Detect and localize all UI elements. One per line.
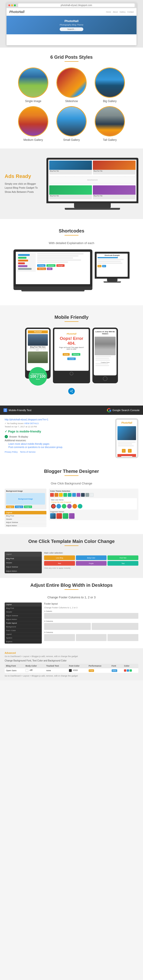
designer-right-panel: Color Theme Selection Main color theme C… — [49, 488, 138, 527]
phone-screen-2: Leaves of July Will Be Hidden Creative Z… — [94, 329, 116, 375]
mobile-underline — [65, 321, 78, 322]
main-color-orange[interactable] — [72, 504, 77, 509]
color-chip-5[interactable]: Purple — [76, 561, 107, 566]
template-sidebar-item-2[interactable]: Header — [5, 561, 42, 565]
color-chip-1[interactable]: Less Blog — [44, 555, 75, 560]
next-arrow[interactable]: › — [128, 449, 132, 453]
laptop-keyboard — [13, 286, 92, 290]
browser-toolbar: photohall-elysa1.blogspot.com — [6, 2, 137, 8]
template-panels: Layout Blog Post Header Adjust Sidebar A… — [5, 552, 138, 573]
adjust-item-9[interactable]: System — [5, 636, 42, 640]
designer-nav-item-1[interactable]: Blog Post — [5, 514, 46, 518]
grid-section-title: 6 Grid Posts Styles — [5, 54, 138, 60]
browser-url-bar[interactable]: photohall-elysa1.blogspot.com — [18, 3, 135, 7]
template-sidebar-item-3[interactable]: Adjust Sidebar — [5, 565, 42, 569]
template-sidebar-item-1[interactable]: Blog Post — [5, 557, 42, 561]
adjust-item-2[interactable]: Header — [5, 610, 42, 614]
theme-option-4[interactable] — [69, 513, 75, 519]
designer-nav-item-4[interactable]: Adjust Addon — [5, 524, 46, 527]
swatch-blue[interactable] — [72, 493, 76, 497]
mobile-test-label: Mobile-Friendly Test — [9, 409, 31, 412]
adjust-item-5[interactable]: Footer layout — [5, 621, 42, 625]
swatch-teal[interactable] — [68, 493, 72, 497]
swatch-red[interactable] — [50, 493, 54, 497]
slideshow-img — [57, 68, 86, 97]
browser-window: photohall-elysa1.blogspot.com PhotoHall … — [6, 2, 137, 45]
color-chip-2[interactable]: Body Color — [76, 555, 107, 560]
main-color-red[interactable] — [51, 504, 56, 509]
adjust-item-6[interactable]: Background — [5, 625, 42, 629]
theme-option-2[interactable] — [56, 513, 62, 519]
color-opt-blue[interactable] — [127, 669, 129, 672]
adjust-item-3[interactable]: Adjust Sidebar — [5, 614, 42, 617]
score-suffix: Score — [36, 379, 40, 380]
swatch-orange[interactable] — [54, 493, 58, 497]
error-code: Oops! Error 404. — [58, 336, 85, 346]
color-opt-green[interactable] — [130, 669, 132, 672]
template-sidebar-item-4[interactable]: Adjust Addon — [5, 569, 42, 573]
main-color-teal[interactable] — [78, 504, 83, 509]
bg-image-area[interactable]: Background Image — [6, 493, 45, 504]
bg-option-3[interactable]: Image 3 — [24, 506, 32, 508]
main-color-blue[interactable] — [56, 504, 61, 509]
color-opt-red[interactable] — [124, 669, 126, 672]
main-color-purple[interactable] — [67, 504, 72, 509]
shortcode-button-row: Primary Success Danger — [37, 264, 89, 267]
view-details-link[interactable]: VIEW DETAILS — [24, 422, 38, 425]
terms-of-service-link[interactable]: Terms of Service — [20, 451, 35, 453]
shortcode-btn-4: Warning — [37, 267, 46, 270]
btn-home[interactable]: Home — [63, 353, 70, 356]
bg-option-1[interactable]: Image 1 — [6, 506, 14, 508]
additional-label: Additional resources: — [5, 439, 26, 442]
google-console-label-area: Google Search Console — [107, 408, 140, 412]
color-chip-4[interactable]: Red — [44, 561, 75, 566]
mobile-displays: PhotoHall Blog Post Title Here Short des… — [5, 328, 138, 383]
search-bar[interactable]: Search... — [60, 27, 83, 31]
phone2-home-button[interactable] — [103, 376, 108, 381]
phone-post-1: Blog Post Title Here Short description t… — [28, 334, 48, 351]
resource-link-2[interactable]: Post comments or questions to our discus… — [8, 446, 112, 449]
performance-badge: Fast — [89, 669, 94, 672]
designer-nav-item-3[interactable]: Adjust Sidebar — [5, 521, 46, 524]
change-color-note: Change the color if required — [51, 501, 136, 503]
adjust-right: Footer layout Change Footer Columns to 1… — [44, 603, 138, 644]
side-bar-2 — [97, 259, 124, 260]
privacy-policy-link[interactable]: Privacy Policy — [5, 451, 17, 453]
adjust-item-4[interactable]: Adjust Addon — [5, 617, 42, 621]
swatch-purple[interactable] — [76, 493, 80, 497]
color-chip-3[interactable]: Font Text — [108, 555, 138, 560]
swatch-light[interactable] — [90, 493, 94, 497]
swatch-dark[interactable] — [81, 493, 85, 497]
adjust-item-7[interactable]: Font / Color — [5, 629, 42, 632]
monitor-post-4: Blog Post Title — [93, 185, 135, 199]
monitor-post-1: Blog Post Title — [49, 161, 92, 175]
suggested-title: Suggested Themes — [50, 511, 137, 512]
template-sidebar-header: Layout — [5, 552, 42, 557]
bg-option-2[interactable]: Image 2 — [15, 506, 23, 508]
swatch-yellow[interactable] — [59, 493, 63, 497]
laptop-container: Primary Success Danger Warning Info — [13, 250, 130, 291]
swatch-green[interactable] — [64, 493, 67, 497]
btn-contact[interactable]: Contact — [67, 358, 76, 360]
tablet-home-button[interactable] — [70, 372, 73, 375]
text-line-3 — [37, 257, 73, 259]
adjust-item-1[interactable]: Blog Post — [5, 606, 42, 610]
theme-option-1[interactable] — [50, 513, 56, 519]
designer-panels: Background Image Background Image Image … — [5, 488, 138, 527]
main-color-green[interactable] — [62, 504, 67, 509]
share-button[interactable] — [68, 388, 75, 395]
swatch-gray[interactable] — [86, 493, 89, 497]
theme-option-3[interactable] — [63, 513, 68, 519]
resource-link-1[interactable]: Learn more about mobile-friendly pages — [8, 443, 112, 445]
small-gallery-img — [57, 107, 86, 136]
prev-arrow[interactable]: ‹ — [122, 449, 126, 453]
advanced-path: Go to Dashboard > Layout > Blogger.js ad… — [5, 655, 138, 657]
adjust-item-8[interactable]: Layout — [5, 632, 42, 636]
designer-nav-item-2[interactable]: Header — [5, 518, 46, 521]
adjust-item-10[interactable]: Explore — [5, 640, 42, 644]
laptop-device: Primary Success Danger Warning Info — [13, 250, 92, 291]
btn-sitemap[interactable]: Sitemap — [72, 353, 81, 356]
test-url[interactable]: http://photohall-elysa1.blogspot.com/?m=… — [5, 418, 112, 421]
color-chip-6[interactable]: Teal — [108, 561, 138, 566]
preview-nav-arrows: ‹ › — [118, 449, 136, 453]
